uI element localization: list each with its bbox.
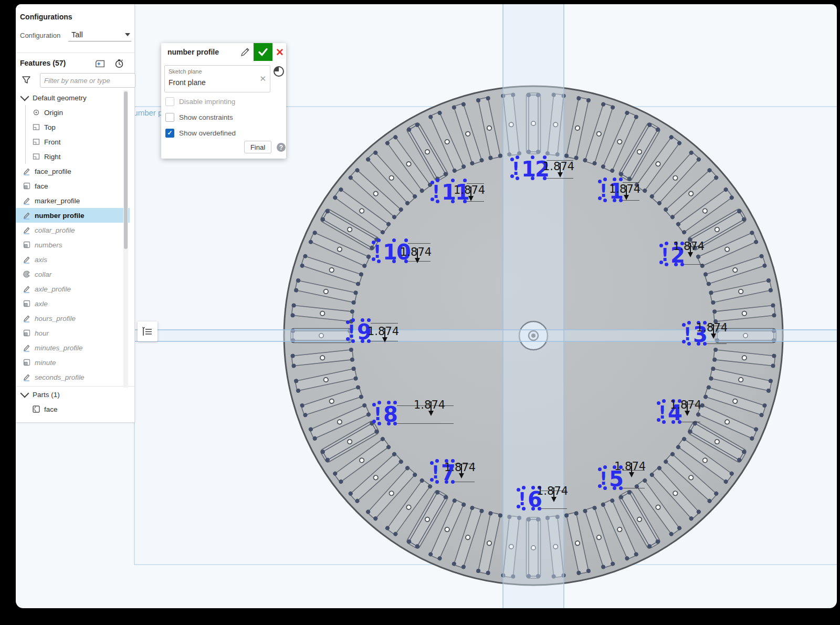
filter-input[interactable]: [40, 73, 135, 88]
clock-icon[interactable]: [272, 65, 285, 78]
sketch-icon: [22, 284, 32, 294]
dimension-label[interactable]: 1.874: [368, 325, 399, 338]
feature-row-Origin[interactable]: Origin: [16, 105, 139, 120]
feature-row-hour[interactable]: hour: [16, 326, 130, 340]
rename-pencil-icon[interactable]: [240, 47, 250, 57]
feature-row-Default-geometry[interactable]: Default geometry: [16, 90, 128, 105]
feature-row-hours_profile[interactable]: hours_profile: [16, 311, 130, 326]
list-icon: [142, 326, 153, 337]
feature-row-axis[interactable]: axis: [16, 252, 130, 267]
configuration-value: Tall: [71, 30, 83, 39]
sketch-dialog-title: number profile: [167, 48, 219, 56]
chevron-icon: [20, 93, 29, 102]
revolve-icon: [22, 269, 32, 279]
extrude-icon: [22, 299, 32, 308]
dimension-label[interactable]: 1.874: [454, 184, 485, 196]
dimension-label[interactable]: 1.874: [609, 183, 640, 195]
sketch-icon: [22, 225, 32, 235]
feature-row-number-profile[interactable]: number profile: [16, 208, 130, 223]
feature-row-numbers[interactable]: numbers: [16, 237, 130, 252]
feature-row-seconds_profile[interactable]: seconds_profile: [16, 370, 130, 384]
sketch-icon: [22, 255, 32, 264]
feature-row-Right[interactable]: Right: [16, 149, 139, 164]
chevron-down-icon: [125, 33, 130, 36]
feature-panel: Configurations Configuration Tall Featur…: [16, 4, 135, 423]
filter-icon[interactable]: [21, 75, 32, 85]
plane-icon: [32, 122, 41, 132]
sketch-plane-field-label: Sketch plane: [169, 68, 202, 75]
feature-row-collar[interactable]: collar: [16, 267, 130, 282]
configuration-label: Configuration: [20, 32, 60, 39]
checkbox-disable-imprinting[interactable]: Disable imprinting: [165, 96, 282, 107]
dimension-list-button[interactable]: [138, 321, 158, 341]
features-title: Features (57): [20, 59, 66, 67]
sketch-icon: [22, 166, 32, 176]
feature-row-marker_profile[interactable]: marker_profile: [16, 193, 130, 208]
extrude-icon: [22, 181, 32, 191]
dimension-label[interactable]: 1.874: [673, 240, 705, 253]
clear-selection-icon[interactable]: ✕: [259, 74, 266, 84]
extrude-icon: [22, 240, 32, 249]
canvas-viewport[interactable]: [16, 4, 837, 608]
dimension-label[interactable]: 1.874: [614, 460, 646, 473]
part-icon: [32, 404, 41, 414]
parts-section-header[interactable]: Parts (1): [16, 387, 128, 402]
configurations-title: Configurations: [20, 13, 72, 21]
sketch-icon: [22, 372, 32, 382]
dimension-label[interactable]: 1.874: [543, 160, 574, 173]
feature-row-Front[interactable]: Front: [16, 134, 139, 149]
feature-row-Top[interactable]: Top: [16, 120, 139, 134]
feature-row-collar_profile[interactable]: collar_profile: [16, 223, 130, 237]
dimension-label[interactable]: 1.874: [696, 321, 728, 334]
plane-icon: [32, 152, 41, 161]
feature-row-axle_profile[interactable]: axle_profile: [16, 282, 130, 296]
accept-button[interactable]: [254, 43, 272, 61]
feature-row-face[interactable]: face: [16, 179, 130, 193]
feature-row-minutes_profile[interactable]: minutes_profile: [16, 340, 130, 355]
sketch-dialog: number profile ✕ Sketch plane Front plan…: [161, 43, 286, 159]
help-icon[interactable]: ?: [277, 143, 286, 152]
plane-icon: [32, 137, 41, 147]
checkbox-show-overdefined[interactable]: ✓Show overdefined: [165, 127, 282, 139]
chevron-down-icon: [20, 389, 29, 398]
feature-row-axle[interactable]: axle: [16, 296, 130, 311]
feature-row-minute[interactable]: minute: [16, 355, 130, 370]
dimension-label[interactable]: 1.874: [400, 246, 432, 258]
sketch-icon: [22, 343, 32, 352]
parts-title: Parts (1): [33, 391, 60, 399]
checkbox-show-constraints[interactable]: Show constraints: [165, 111, 282, 123]
part-label: face: [44, 405, 58, 413]
sketch-number-8[interactable]: !8: [374, 403, 397, 425]
new-folder-icon[interactable]: [94, 58, 106, 69]
final-button[interactable]: Final: [244, 141, 271, 153]
dimension-label[interactable]: 1.874: [414, 399, 445, 411]
cancel-button[interactable]: ✕: [274, 46, 286, 58]
app-window: number profile !121.874!11.874!21.874!31…: [16, 4, 837, 608]
extrude-icon: [22, 328, 32, 338]
check-icon: [258, 47, 268, 57]
dimension-label[interactable]: 1.874: [670, 399, 701, 411]
extrude-icon: [22, 358, 32, 367]
sketch-plane-field-value: Front plane: [169, 78, 206, 87]
history-icon[interactable]: [113, 58, 125, 69]
feature-row-face_profile[interactable]: face_profile: [16, 164, 130, 179]
sketch-icon: [22, 314, 32, 323]
sketch-icon: [22, 211, 32, 220]
sketch-plane-field[interactable]: Sketch plane Front plane ✕: [164, 65, 270, 92]
part-row-face[interactable]: face: [16, 402, 139, 416]
configuration-select[interactable]: Tall: [68, 29, 131, 41]
origin-icon: [32, 108, 41, 117]
dimension-label[interactable]: 1.874: [444, 461, 476, 474]
panel-scrollbar[interactable]: [123, 90, 128, 388]
sketch-icon: [22, 196, 32, 205]
dimension-label[interactable]: 1.874: [537, 485, 568, 497]
